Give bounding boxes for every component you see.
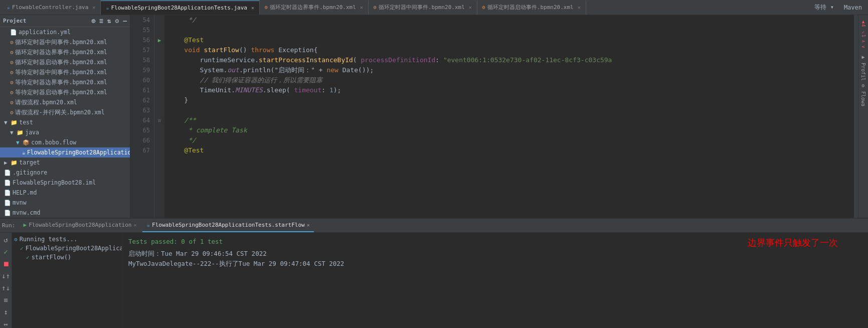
tab-flowable-controller[interactable]: ☕ FlowableController.java ✕ [2, 1, 101, 15]
sidebar-item-label: java [25, 129, 39, 136]
bottom-run-panel: Run: ▶ FlowableSpringBoot28Application ✕… [0, 218, 868, 328]
sidebar-item-help[interactable]: 📄 HELP.md [0, 188, 130, 198]
tab-label-bpmn1: 循环定时器边界事件.bpmn20.xml [270, 4, 356, 11]
stop-icon[interactable]: ⏹ [2, 259, 11, 269]
sidebar-item-label: 请假流程-并行网关.bpmn20.xml [15, 109, 105, 116]
annotation-text: 边界事件只触发了一次 [748, 238, 838, 248]
sidebar-item-label: application.yml [19, 29, 71, 36]
bpmn-icon: ⚙ [10, 89, 14, 96]
run-toolbar: ↺ ✓ ⏹ ↓↑ ↑↓ ≡ ↕ ↔ 🔍 ⚙ [0, 233, 12, 328]
tab-bpmn-3[interactable]: ⚙ 循环定时器启动事件.bpmn20.xml ✕ [477, 1, 586, 15]
more-tabs-button[interactable]: 等待 ▾ [810, 3, 837, 12]
bpmn-icon: ⚙ [10, 59, 14, 66]
sidebar-item-bpmn-dengdai-bianjie[interactable]: ⚙ 等待定时器边界事件.bpmn20.xml [0, 77, 130, 87]
tab-bpmn-1[interactable]: ⚙ 循环定时器边界事件.bpmn20.xml ✕ [260, 1, 369, 15]
flowa-panel-button[interactable]: ⚙ Flowa [860, 83, 866, 106]
run-test-tree: ⚙ Running tests... ✓ FlowableSpringBoot2… [12, 233, 122, 328]
gutter-67 [154, 145, 164, 155]
code-line-63 [168, 105, 850, 115]
run-tree-method-label: startFlow() [32, 254, 71, 261]
gutter-65 [154, 125, 164, 135]
spinner-icon: ⚙ [14, 236, 18, 243]
sidebar-item-bpmn-qingjia[interactable]: ⚙ 请假流程.bpmn20.xml [0, 97, 130, 107]
profiler-panel-button[interactable]: ▶ Profil [860, 54, 866, 81]
sidebar-item-package[interactable]: ▼ 📦 com.bobo.flow [0, 137, 130, 147]
folder-closed-icon: ▶ 📁 [4, 159, 18, 166]
sidebar-toolbar-icons[interactable]: ⊕ ≡ ⇅ ⚙ — [92, 17, 127, 25]
sidebar-item-target-folder[interactable]: ▶ 📁 target [0, 157, 130, 168]
run-tab-app[interactable]: ▶ FlowableSpringBoot28Application ✕ [20, 219, 141, 232]
tab-close-icon[interactable]: ✕ [92, 5, 95, 10]
code-line-65: * complete Task [168, 125, 850, 135]
run-label: Run: [2, 222, 16, 229]
sidebar-item-mvnw-cmd[interactable]: 📄 mvnw.cmd [0, 208, 130, 218]
gutter-63 [154, 105, 164, 115]
tab-bpmn-2[interactable]: ⚙ 循环定时器中间事件.bpmn20.xml ✕ [369, 1, 477, 15]
sidebar-item-label: 循环定时器中间事件.bpmn20.xml [15, 39, 107, 46]
sort-icon-2[interactable]: ↑↓ [1, 283, 11, 293]
sidebar-item-label: 等待定时器中间事件.bpmn20.xml [15, 69, 107, 76]
tab-close-bpmn2-icon[interactable]: ✕ [469, 5, 472, 10]
maven-button[interactable]: Maven [840, 4, 866, 11]
filter-icon[interactable]: ↔ [3, 319, 9, 328]
output-line-1: 启动时间：Tue Mar 29 09:46:54 CST 2022 [128, 249, 862, 259]
tab-application-tests[interactable]: ☕ FlowableSpringBoot28ApplicationTests.j… [101, 1, 260, 15]
run-tab-app-label: FlowableSpringBoot28Application [29, 222, 131, 228]
gutter-56-run[interactable]: ▶ [154, 35, 164, 45]
sidebar-item-mvnw[interactable]: 📄 mvnw [0, 198, 130, 208]
sidebar-item-label: FlowableSpringBoot28.iml [13, 179, 96, 186]
java-icon: ☕ [7, 5, 10, 10]
sidebar-item-bpmn-dengdai-qidong[interactable]: ⚙ 等待定时器启动事件.bpmn20.xml [0, 87, 130, 97]
sidebar-item-bpmn-zhongjiaan[interactable]: ⚙ 循环定时器中间事件.bpmn20.xml [0, 37, 130, 47]
sidebar-item-bpmn-qidong[interactable]: ⚙ 循环定时器启动事件.bpmn20.xml [0, 57, 130, 67]
editor-tab-bar: ☕ FlowableController.java ✕ ☕ FlowableSp… [0, 0, 868, 15]
tab-label: FlowableController.java [12, 4, 88, 11]
sidebar-item-java-folder[interactable]: ▼ 📁 java [0, 127, 130, 137]
bpmn-icon: ⚙ [10, 49, 14, 56]
sidebar-header: Project ⊕ ≡ ⇅ ⚙ — [0, 15, 130, 27]
run-tree-method[interactable]: ✓ startFlow() [12, 253, 122, 262]
code-line-56: @Test [168, 35, 850, 45]
file-icon: 📄 [4, 200, 11, 206]
error-badge: ▲4 ✓1 ∧ ∨ [861, 17, 866, 50]
bpmn-icon-2: ⚙ [374, 5, 377, 10]
pass-icon[interactable]: ✓ [3, 247, 9, 257]
line-num-61: 61 [130, 85, 154, 95]
tab-close-bpmn3-icon[interactable]: ✕ [578, 5, 581, 10]
code-line-64: /** [168, 115, 850, 125]
sidebar-item-bpmn-qingjia-bingxing[interactable]: ⚙ 请假流程-并行网关.bpmn20.xml [0, 107, 130, 117]
tab-label-bpmn3: 循环定时器启动事件.bpmn20.xml [487, 4, 574, 11]
run-tab-app-close[interactable]: ✕ [133, 222, 136, 228]
sidebar-item-gitignore[interactable]: 📄 .gitignore [0, 168, 130, 178]
run-tab-startflow-close[interactable]: ✕ [307, 222, 310, 228]
sidebar-item-class-selected[interactable]: ☕ FlowableSpringBoot28ApplicationTests [0, 147, 130, 157]
sidebar-item-label: com.bobo.flow [31, 139, 76, 146]
run-output-area: Tests passed: 0 of 1 test 启动时间：Tue Mar 2… [122, 233, 868, 328]
sidebar-item-bpmn-dengdai-zhongjian[interactable]: ⚙ 等待定时器中间事件.bpmn20.xml [0, 67, 130, 77]
editor-scrollbar[interactable] [854, 15, 858, 218]
sidebar-item-application-yml[interactable]: 📄 application.yml [0, 27, 130, 37]
line-num-63: 63 [130, 105, 154, 115]
bpmn-icon: ⚙ [10, 79, 14, 86]
align-icon[interactable]: ≡ [3, 295, 9, 305]
line-num-60: 60 [130, 75, 154, 85]
sidebar-item-iml[interactable]: 📄 FlowableSpringBoot28.iml [0, 178, 130, 188]
gutter-55 [154, 25, 164, 35]
bpmn-icon: ⚙ [10, 39, 14, 46]
folder-open-icon: ▼ 📁 [10, 129, 24, 136]
run-tab-startflow[interactable]: ☕ FlowableSpringBoot28ApplicationTests.s… [142, 219, 313, 232]
tests-passed-label: Tests passed: 0 of 1 test [128, 238, 223, 245]
run-tree-running[interactable]: ⚙ Running tests... [12, 235, 122, 244]
expand-icon[interactable]: ↕ [3, 307, 9, 317]
tab-label-active: FlowableSpringBoot28ApplicationTests.jav… [111, 5, 247, 11]
tab-close-bpmn1-icon[interactable]: ✕ [360, 5, 363, 10]
sidebar-item-test-folder[interactable]: ▼ 📁 test [0, 117, 130, 127]
run-tree-class[interactable]: ✓ FlowableSpringBoot28ApplicationTests [12, 244, 122, 253]
line-num-59: 59 [130, 65, 154, 75]
gutter-54 [154, 15, 164, 25]
sidebar-item-bpmn-bianjie[interactable]: ⚙ 循环定时器边界事件.bpmn20.xml [0, 47, 130, 57]
tab-close-active-icon[interactable]: ✕ [251, 5, 254, 11]
code-editor[interactable]: */ @Test void startFlow () throws [164, 15, 854, 218]
sort-icon-1[interactable]: ↓↑ [1, 271, 11, 281]
rerun-icon[interactable]: ↺ [3, 235, 9, 245]
